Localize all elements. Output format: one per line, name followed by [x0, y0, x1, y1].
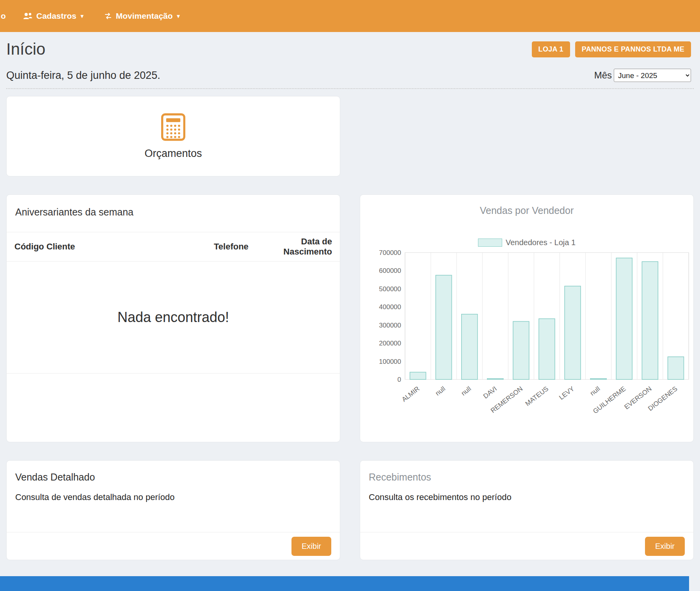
main-content: Início LOJA 1 PANNOS E PANNOS LTDA ME Qu…	[0, 40, 700, 560]
svg-text:DAVI: DAVI	[482, 385, 498, 400]
page-title: Início	[6, 40, 45, 59]
column-header-telefone: Telefone	[214, 242, 255, 252]
svg-text:null: null	[589, 385, 602, 397]
column-header-nascimento: Data de Nascimento	[255, 237, 332, 257]
svg-text:ALMIR: ALMIR	[400, 385, 421, 403]
birthdays-footer	[7, 374, 340, 442]
nav-item-label: Movimentação	[116, 11, 173, 21]
column-header-codigo: Código	[14, 242, 46, 252]
month-label: Mês	[594, 70, 612, 81]
chevron-down-icon: ▾	[177, 13, 180, 19]
date-row: Quinta-feira, 5 de junho de 2025. Mês Ju…	[6, 69, 694, 82]
orcamentos-label: Orçamentos	[144, 148, 202, 160]
month-picker: Mês June - 2025	[594, 69, 694, 82]
column-header-cliente: Cliente	[46, 242, 214, 252]
nav-item-partial[interactable]: o	[1, 11, 6, 21]
orcamentos-card[interactable]: Orçamentos	[6, 96, 340, 176]
empty-message: Nada encontrado!	[117, 309, 229, 326]
svg-text:100000: 100000	[379, 358, 401, 365]
chevron-down-icon: ▾	[81, 13, 84, 19]
page-header: Início LOJA 1 PANNOS E PANNOS LTDA ME	[6, 40, 694, 59]
legend-label: Vendedores - Loja 1	[506, 238, 576, 247]
vendas-detalhado-card: Vendas Detalhado Consulta de vendas deta…	[6, 460, 340, 560]
svg-text:300000: 300000	[379, 322, 401, 329]
recebimentos-exibir-button[interactable]: Exibir	[645, 537, 685, 556]
store-button[interactable]: LOJA 1	[532, 41, 570, 57]
sales-chart: 0100000200000300000400000500000600000700…	[362, 249, 692, 422]
svg-text:500000: 500000	[379, 285, 401, 293]
svg-text:600000: 600000	[379, 267, 401, 274]
nav-item-label: Cadastros	[36, 11, 76, 21]
transfer-arrows-icon	[104, 12, 112, 20]
dotted-divider	[6, 88, 694, 89]
current-date-text: Quinta-feira, 5 de junho de 2025.	[6, 69, 160, 82]
svg-text:0: 0	[398, 376, 401, 383]
left-column: Orçamentos Aniversariantes da semana Cód…	[6, 96, 340, 560]
svg-text:400000: 400000	[379, 303, 401, 311]
vendas-detalhado-footer: Exibir	[7, 532, 340, 560]
chart-title: Vendas por Vendedor	[480, 205, 574, 216]
users-icon	[23, 12, 33, 20]
company-button[interactable]: PANNOS E PANNOS LTDA ME	[575, 41, 691, 57]
recebimentos-description: Consulta os recebimentos no período	[360, 483, 693, 532]
vendas-detalhado-title: Vendas Detalhado	[7, 461, 340, 483]
svg-text:700000: 700000	[379, 249, 401, 256]
calculator-icon	[161, 113, 186, 143]
birthdays-title: Aniversariantes da semana	[7, 195, 340, 232]
svg-text:null: null	[434, 385, 447, 397]
right-column: Vendas por Vendedor Vendedores - Loja 1 …	[360, 96, 694, 560]
footer-bar	[0, 576, 689, 591]
vendas-detalhado-description: Consulta de vendas detalhada no período	[7, 483, 340, 532]
recebimentos-card: Recebimentos Consulta os recebimentos no…	[360, 460, 694, 560]
header-buttons: LOJA 1 PANNOS E PANNOS LTDA ME	[532, 41, 694, 57]
chart-legend: Vendedores - Loja 1	[478, 238, 576, 247]
recebimentos-footer: Exibir	[360, 532, 693, 560]
nav-item-cadastros[interactable]: Cadastros ▾	[23, 11, 84, 21]
svg-text:LEVY: LEVY	[558, 385, 576, 401]
legend-swatch	[478, 239, 502, 247]
svg-text:200000: 200000	[379, 340, 401, 347]
vendas-chart-svg: 0100000200000300000400000500000600000700…	[362, 249, 692, 420]
svg-text:null: null	[460, 385, 473, 397]
recebimentos-title: Recebimentos	[360, 461, 693, 483]
nav-item-movimentacao[interactable]: Movimentação ▾	[104, 11, 180, 21]
birthdays-card: Aniversariantes da semana Código Cliente…	[6, 194, 340, 442]
birthdays-empty-state: Nada encontrado!	[7, 262, 340, 374]
vendas-por-vendedor-card: Vendas por Vendedor Vendedores - Loja 1 …	[360, 194, 694, 442]
birthdays-table-header: Código Cliente Telefone Data de Nascimen…	[7, 232, 340, 262]
vendas-exibir-button[interactable]: Exibir	[291, 537, 331, 556]
month-select[interactable]: June - 2025	[614, 69, 691, 82]
top-navbar: o Cadastros ▾ Movimentação ▾	[0, 0, 700, 32]
svg-text:MATEUS: MATEUS	[524, 385, 550, 408]
